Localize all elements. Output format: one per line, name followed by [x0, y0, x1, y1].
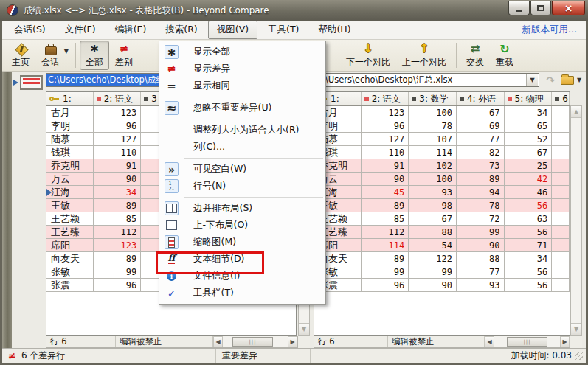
toolbar-button-会话[interactable]: 会话▼ — [35, 41, 72, 70]
right-cell-r8c2[interactable]: 89 — [362, 199, 409, 212]
table-row[interactable]: 李明96786965 — [314, 119, 570, 133]
right-cell-r11c5[interactable]: 71 — [505, 239, 553, 252]
left-cell-r9c1[interactable]: 王艺颖 — [46, 212, 94, 226]
right-cell-r10c2[interactable]: 112 — [362, 226, 409, 239]
right-cell-r12c4[interactable]: 88 — [457, 252, 505, 265]
right-cell-r11c6[interactable] — [552, 239, 570, 252]
menu-item-工具栏(T)[interactable]: ✓工具栏(T) — [159, 285, 325, 302]
scroll-thumb[interactable]: ||| — [232, 337, 273, 347]
menubar-item-5[interactable]: 视图(V) — [208, 21, 257, 39]
right-cell-r5c2[interactable]: 91 — [362, 159, 409, 173]
right-cell-r7c2[interactable]: 45 — [362, 186, 409, 199]
menu-item-行号(N)[interactable]: 1- 2-行号(N) — [159, 178, 325, 195]
scroll-track[interactable]: ||| — [494, 336, 560, 347]
right-cell-r13c6[interactable] — [552, 265, 570, 279]
right-cell-r14c5[interactable]: 56 — [505, 279, 553, 292]
right-horizontal-scrollbar[interactable]: ◀ ||| ▶ — [485, 336, 570, 347]
left-cell-r4c1[interactable]: 钱琪 — [46, 146, 94, 159]
toolbar-button-差别[interactable]: ≠差别 — [109, 41, 139, 70]
right-cell-r11c3[interactable]: 54 — [409, 239, 457, 252]
menubar-item-4[interactable]: 搜索(R) — [156, 21, 206, 39]
scroll-right-icon[interactable]: ▶ — [560, 336, 570, 347]
right-path-input[interactable]: C:\Users\echo\Desktop\汇总.xlsx ▼ — [314, 73, 539, 87]
thumbnail-overview[interactable] — [20, 75, 43, 90]
minimize-button[interactable] — [508, 1, 530, 15]
left-cell-r6c2[interactable]: 90 — [94, 173, 142, 186]
menu-item-忽略不重要差异(U)[interactable]: ≈忽略不重要差异(U) — [159, 100, 325, 117]
menubar-item-1[interactable]: 会话(S) — [5, 21, 55, 39]
menubar-item-6[interactable]: 工具(T) — [259, 21, 308, 39]
right-cell-r2c5[interactable]: 65 — [505, 119, 553, 133]
menubar-item-3[interactable]: 编辑(E) — [106, 21, 156, 39]
toolbar-button-交换[interactable]: ⇄交换 — [460, 41, 490, 70]
menu-item-缩略图(M)[interactable]: 缩略图(M) — [159, 234, 325, 251]
right-cell-r3c2[interactable]: 127 — [362, 133, 409, 146]
right-cell-r13c3[interactable]: 99 — [409, 265, 457, 279]
right-cell-r5c4[interactable]: 73 — [457, 159, 505, 173]
right-cell-r6c5[interactable]: 42 — [505, 173, 553, 186]
dropdown-arrow-icon[interactable]: ▼ — [64, 48, 69, 55]
menu-item-显示差异[interactable]: ≠显示差异 — [159, 60, 325, 77]
right-cell-r1c5[interactable]: 34 — [505, 106, 553, 119]
right-cell-r2c2[interactable]: 96 — [362, 119, 409, 133]
menu-item-显示相同[interactable]: =显示相同 — [159, 77, 325, 94]
left-cell-r13c2[interactable]: 99 — [94, 265, 142, 279]
update-available-link[interactable]: 新版本可用... — [522, 24, 586, 36]
left-cell-r12c2[interactable]: 89 — [94, 252, 142, 265]
left-horizontal-scrollbar[interactable]: ◀ ||| ▶ — [213, 336, 297, 347]
right-cell-r12c5[interactable]: 34 — [505, 252, 553, 265]
right-cell-r4c6[interactable] — [552, 146, 570, 159]
right-cell-r2c3[interactable]: 78 — [409, 119, 457, 133]
right-cell-r1c3[interactable]: 100 — [409, 106, 457, 119]
menubar-item-2[interactable]: 文件(F) — [56, 21, 105, 39]
right-cell-r5c6[interactable] — [552, 159, 570, 173]
scroll-thumb[interactable]: ||| — [507, 337, 547, 347]
left-cell-r10c2[interactable]: 112 — [94, 226, 142, 239]
right-cell-r4c3[interactable]: 114 — [409, 146, 457, 159]
right-cell-r10c6[interactable] — [552, 226, 570, 239]
left-cell-r10c1[interactable]: 王艺臻 — [46, 226, 94, 239]
right-cell-r1c4[interactable]: 67 — [457, 106, 505, 119]
right-cell-r6c6[interactable] — [552, 173, 570, 186]
table-row[interactable]: 王艺颖85677263 — [314, 212, 570, 226]
left-cell-r11c2[interactable]: 123 — [94, 239, 142, 252]
right-cell-r9c3[interactable]: 67 — [409, 212, 457, 226]
left-cell-r2c1[interactable]: 李明 — [46, 119, 94, 133]
right-cell-r7c3[interactable]: 93 — [409, 186, 457, 199]
right-cell-r4c5[interactable]: 67 — [505, 146, 553, 159]
right-cell-r8c3[interactable]: 98 — [409, 199, 457, 212]
toolbar-button-重载[interactable]: ↻重载 — [490, 41, 519, 70]
resize-grip[interactable] — [575, 352, 583, 360]
right-cell-r12c6[interactable] — [552, 252, 570, 265]
left-cell-r1c2[interactable]: 123 — [94, 106, 142, 119]
right-column-header-5[interactable]: 5: 物理 — [505, 92, 553, 105]
close-button[interactable]: × — [552, 1, 585, 15]
right-cell-r5c3[interactable]: 102 — [409, 159, 457, 173]
right-cell-r12c2[interactable]: 89 — [362, 252, 409, 265]
right-cell-r14c6[interactable] — [552, 279, 570, 292]
table-row[interactable]: 古月1231006734 — [314, 106, 570, 119]
right-cell-r10c4[interactable]: 99 — [457, 226, 505, 239]
right-cell-r4c2[interactable]: 110 — [362, 146, 409, 159]
left-cell-r7c1[interactable]: 汪海 — [46, 186, 94, 199]
scroll-track[interactable]: ||| — [223, 336, 288, 347]
toolbar-button-主页[interactable]: 主页 — [6, 41, 35, 70]
menu-item-调整列大小为适合大小(R)[interactable]: 调整列大小为适合大小(R) — [159, 122, 325, 139]
right-path-dropdown-icon[interactable]: ▼ — [526, 74, 538, 86]
right-cell-r12c3[interactable]: 122 — [409, 252, 457, 265]
right-cell-r13c5[interactable]: 56 — [505, 265, 553, 279]
scroll-left-icon[interactable]: ◀ — [213, 336, 223, 347]
table-row[interactable]: 乔克明911027325 — [314, 159, 570, 173]
toolbar-button-下一个对比[interactable]: ↓下一个对比 — [340, 41, 396, 70]
right-vertical-scrollbar[interactable]: ▲ ▼ — [570, 105, 582, 336]
right-cell-r1c6[interactable] — [552, 106, 570, 119]
right-cell-r8c6[interactable] — [552, 199, 570, 212]
maximize-button[interactable] — [530, 1, 551, 15]
right-cell-r14c3[interactable]: 90 — [409, 279, 457, 292]
right-cell-r14c2[interactable]: 96 — [362, 279, 409, 292]
table-row[interactable]: 王艺臻112889956 — [314, 226, 570, 239]
right-cell-r6c3[interactable]: 100 — [409, 173, 457, 186]
right-column-header-4[interactable]: 4: 外语 — [457, 92, 505, 105]
scroll-up-icon[interactable]: ▲ — [571, 106, 581, 118]
left-cell-r6c1[interactable]: 万云 — [46, 173, 94, 186]
